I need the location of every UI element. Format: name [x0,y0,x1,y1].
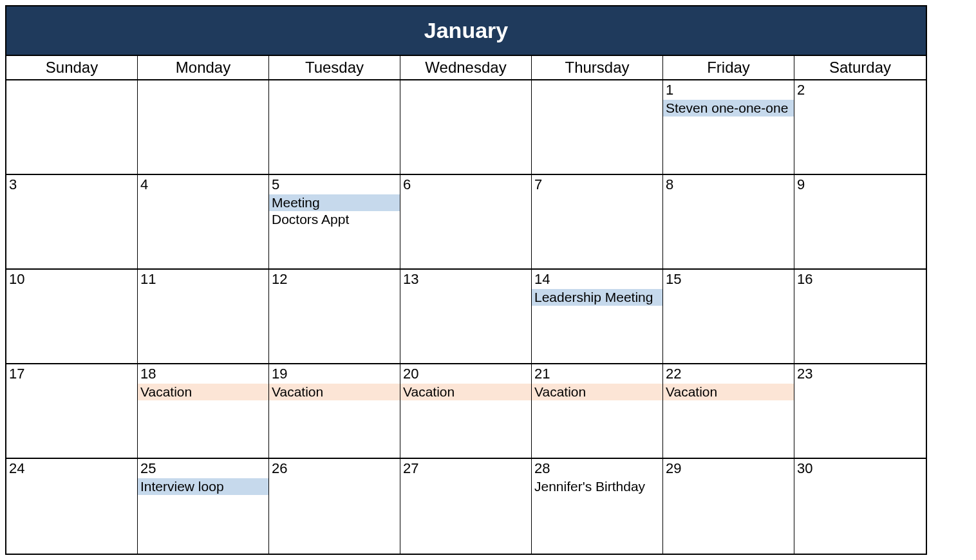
day-cell[interactable]: 1Steven one-one-one [663,80,794,174]
day-number: 19 [269,364,400,384]
day-cell[interactable]: 10 [6,270,138,363]
day-number [400,80,531,83]
day-number: 12 [269,270,400,289]
day-number: 9 [794,175,926,194]
day-header-saturday: Saturday [794,56,926,79]
day-number: 11 [138,270,268,289]
day-number: 18 [138,364,268,384]
day-cell[interactable] [269,80,400,174]
calendar-event[interactable]: Interview loop [138,478,268,495]
day-number: 10 [6,270,137,289]
day-cell[interactable]: 6 [400,175,532,268]
day-cell[interactable] [6,80,138,174]
day-cell[interactable]: 3 [6,175,138,268]
day-cell[interactable]: 29 [663,459,794,554]
day-number [532,80,662,83]
day-number: 23 [794,364,926,384]
day-number: 4 [138,175,268,194]
day-cell[interactable]: 9 [794,175,926,268]
day-number: 16 [794,270,926,289]
calendar-event[interactable]: Doctors Appt [269,211,400,228]
day-cell[interactable]: 18Vacation [138,364,269,458]
day-header-thursday: Thursday [532,56,663,79]
day-cell[interactable]: 15 [663,270,794,363]
day-number [6,80,137,83]
day-cell[interactable]: 12 [269,270,400,363]
day-number: 13 [400,270,531,289]
calendar: January Sunday Monday Tuesday Wednesday … [5,5,927,555]
day-cell[interactable]: 4 [138,175,269,268]
day-number: 29 [663,459,794,478]
day-number: 28 [532,459,662,478]
calendar-event[interactable]: Leadership Meeting [532,289,662,306]
day-cell[interactable]: 11 [138,270,269,363]
day-number [138,80,268,83]
day-cell[interactable]: 5MeetingDoctors Appt [269,175,400,268]
day-cell[interactable]: 25Interview loop [138,459,269,554]
month-title: January [6,6,926,56]
week-row: 1Steven one-one-one2 [6,80,926,175]
week-row: 345MeetingDoctors Appt6789 [6,175,926,270]
day-number: 3 [6,175,137,194]
day-header-row: Sunday Monday Tuesday Wednesday Thursday… [6,56,926,80]
calendar-body: 1Steven one-one-one2345MeetingDoctors Ap… [6,80,926,554]
calendar-event[interactable]: Vacation [532,384,662,400]
day-cell[interactable]: 7 [532,175,663,268]
day-number: 2 [794,80,926,100]
calendar-event[interactable]: Vacation [138,384,268,400]
day-number: 5 [269,175,400,194]
day-cell[interactable]: 21Vacation [532,364,663,458]
day-number: 1 [663,80,794,100]
day-number: 26 [269,459,400,478]
day-number: 25 [138,459,268,478]
day-number: 7 [532,175,662,194]
day-number: 24 [6,459,137,478]
week-row: 1011121314Leadership Meeting1516 [6,270,926,364]
day-number: 30 [794,459,926,478]
calendar-event[interactable]: Vacation [663,384,794,400]
day-cell[interactable]: 14Leadership Meeting [532,270,663,363]
day-cell[interactable]: 20Vacation [400,364,532,458]
day-cell[interactable]: 27 [400,459,532,554]
day-cell[interactable]: 24 [6,459,138,554]
day-header-monday: Monday [138,56,269,79]
day-number: 8 [663,175,794,194]
day-header-tuesday: Tuesday [269,56,400,79]
day-header-friday: Friday [663,56,794,79]
day-cell[interactable] [532,80,663,174]
day-number: 14 [532,270,662,289]
day-number: 27 [400,459,531,478]
day-cell[interactable]: 17 [6,364,138,458]
day-cell[interactable]: 8 [663,175,794,268]
day-number: 20 [400,364,531,384]
week-row: 1718Vacation19Vacation20Vacation21Vacati… [6,364,926,459]
day-cell[interactable]: 23 [794,364,926,458]
calendar-event[interactable]: Vacation [269,384,400,400]
day-cell[interactable]: 30 [794,459,926,554]
day-cell[interactable]: 19Vacation [269,364,400,458]
day-header-sunday: Sunday [6,56,138,79]
day-cell[interactable]: 22Vacation [663,364,794,458]
calendar-event[interactable]: Steven one-one-one [663,100,794,117]
day-cell[interactable]: 26 [269,459,400,554]
day-cell[interactable] [400,80,532,174]
day-number: 17 [6,364,137,384]
calendar-event[interactable]: Jennifer's Birthday [532,478,662,495]
week-row: 2425Interview loop262728Jennifer's Birth… [6,459,926,554]
day-number: 15 [663,270,794,289]
day-cell[interactable]: 2 [794,80,926,174]
day-number: 6 [400,175,531,194]
calendar-event[interactable]: Vacation [400,384,531,400]
calendar-event[interactable]: Meeting [269,194,400,211]
day-cell[interactable]: 16 [794,270,926,363]
day-number [269,80,400,83]
day-cell[interactable] [138,80,269,174]
day-cell[interactable]: 13 [400,270,532,363]
day-header-wednesday: Wednesday [400,56,532,79]
day-number: 22 [663,364,794,384]
day-cell[interactable]: 28Jennifer's Birthday [532,459,663,554]
day-number: 21 [532,364,662,384]
